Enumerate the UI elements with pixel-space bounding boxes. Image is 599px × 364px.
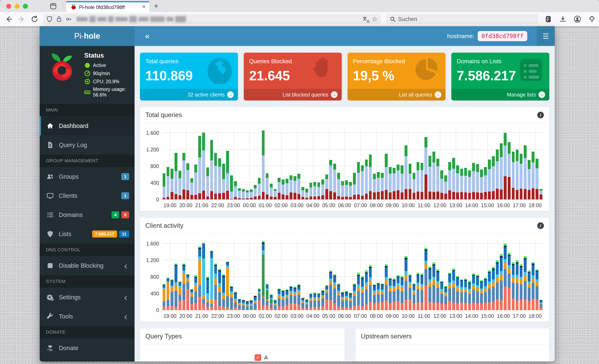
sidebar-item-domains[interactable]: Domains40 bbox=[40, 205, 135, 224]
gauge-icon bbox=[84, 70, 90, 77]
sidebar-item-donate[interactable]: Donate bbox=[40, 338, 135, 357]
sidebar-item-tools[interactable]: Tools bbox=[40, 307, 135, 326]
bar-segment bbox=[377, 284, 380, 289]
status-row: 90q/min bbox=[84, 70, 131, 77]
stacked-bar bbox=[409, 240, 412, 310]
bar-slot bbox=[472, 129, 476, 199]
stacked-bar bbox=[405, 129, 407, 199]
sidebar-item-groups[interactable]: Groups1 bbox=[40, 167, 135, 186]
bar-segment bbox=[297, 292, 300, 295]
bar-slot bbox=[166, 129, 170, 199]
bar-segment bbox=[198, 257, 201, 260]
search-bar[interactable]: Suchen bbox=[387, 14, 538, 24]
window-zoom-button[interactable] bbox=[23, 4, 28, 9]
account-icon[interactable] bbox=[573, 15, 581, 23]
forward-icon[interactable] bbox=[18, 15, 26, 23]
shield-icon[interactable] bbox=[46, 16, 53, 22]
bar-segment bbox=[218, 271, 221, 283]
bar-segment bbox=[361, 293, 364, 306]
sidebar-item-lists[interactable]: Lists7.586.21711 bbox=[40, 224, 135, 244]
back-icon[interactable] bbox=[5, 15, 13, 23]
bar-segment bbox=[178, 295, 181, 301]
bar-segment bbox=[254, 302, 257, 303]
info-icon[interactable]: i bbox=[537, 112, 544, 118]
bar-segment bbox=[440, 289, 443, 291]
bar-segment bbox=[528, 281, 531, 284]
sidebar-item-query-log[interactable]: Query Log bbox=[40, 135, 135, 155]
key-icon[interactable] bbox=[65, 16, 72, 22]
bar-segment bbox=[297, 286, 300, 290]
wrench-icon bbox=[46, 313, 54, 320]
sidebar-item-disable-blocking[interactable]: Disable Blocking bbox=[40, 256, 135, 275]
card-footer-link[interactable]: 32 active clients→ bbox=[140, 89, 238, 100]
window-minimize-button[interactable] bbox=[15, 4, 19, 9]
bar-segment bbox=[539, 191, 542, 195]
card-footer-link[interactable]: List all queries→ bbox=[348, 89, 446, 100]
bar-segment bbox=[397, 286, 400, 289]
stacked-bar bbox=[528, 129, 531, 199]
stacked-bar bbox=[381, 129, 384, 199]
bar-segment bbox=[238, 188, 241, 191]
sidebar-item-dashboard[interactable]: Dashboard bbox=[40, 116, 135, 135]
extensions-icon[interactable] bbox=[588, 15, 596, 23]
bar-segment bbox=[389, 280, 392, 286]
stacked-bar bbox=[504, 129, 507, 199]
bar-segment bbox=[381, 191, 384, 199]
legend-checkbox-a[interactable]: ✓A bbox=[255, 354, 268, 361]
bar-segment bbox=[226, 263, 229, 266]
bar-segment bbox=[329, 273, 332, 278]
stacked-bar bbox=[516, 240, 519, 310]
lock-icon[interactable] bbox=[56, 16, 62, 22]
bar-segment bbox=[424, 137, 427, 147]
sidebar-item-clients[interactable]: Clients1 bbox=[40, 186, 135, 205]
downloads-icon[interactable] bbox=[559, 15, 567, 23]
app-menu-hamburger-icon[interactable]: ☰ bbox=[537, 26, 555, 46]
bar-segment bbox=[286, 195, 289, 199]
bar-slot bbox=[464, 240, 467, 310]
bar-slot bbox=[467, 129, 472, 199]
firefox-view-icon[interactable] bbox=[50, 2, 57, 10]
x-tick-label: 00:00 bbox=[243, 202, 256, 208]
bar-segment bbox=[524, 158, 527, 189]
sidebar-item-settings[interactable]: Settings bbox=[40, 288, 135, 307]
bar-segment bbox=[500, 256, 503, 258]
bar-segment bbox=[242, 301, 245, 303]
info-icon[interactable]: i bbox=[537, 222, 544, 229]
new-tab-button[interactable]: + bbox=[154, 2, 158, 10]
bar-segment bbox=[186, 289, 189, 310]
bar-segment bbox=[492, 156, 495, 166]
bar-segment bbox=[258, 300, 261, 310]
tab-close-icon[interactable]: × bbox=[142, 3, 146, 10]
bar-slot bbox=[233, 129, 237, 199]
bar-segment bbox=[401, 278, 404, 285]
bar-segment bbox=[440, 170, 443, 179]
bar-segment bbox=[266, 285, 269, 288]
bar-segment bbox=[484, 192, 487, 199]
address-bar[interactable]: A ☆ bbox=[43, 14, 381, 24]
stacked-bar bbox=[309, 240, 312, 310]
bar-segment bbox=[385, 167, 388, 190]
bar-segment bbox=[186, 170, 189, 190]
bar-segment bbox=[524, 259, 527, 272]
bar-segment bbox=[393, 281, 396, 286]
stacked-bar bbox=[520, 129, 523, 199]
card-footer-link[interactable]: List blocked queries→ bbox=[244, 89, 342, 100]
sidebar-collapse-icon[interactable]: « bbox=[145, 31, 150, 41]
bar-segment bbox=[329, 281, 332, 285]
bookmark-star-icon[interactable]: ☆ bbox=[372, 15, 378, 23]
translate-icon[interactable]: A bbox=[362, 16, 370, 22]
card-footer-link[interactable]: Manage lists→ bbox=[451, 89, 549, 100]
reload-icon[interactable] bbox=[30, 15, 39, 23]
density-sidebar-icon[interactable] bbox=[544, 15, 552, 23]
bar-segment bbox=[163, 285, 166, 288]
browser-tab[interactable]: Pi-hole 0fd38cd798ff × bbox=[66, 1, 149, 12]
bar-segment bbox=[432, 266, 435, 277]
bar-segment bbox=[460, 281, 463, 287]
bar-segment bbox=[341, 293, 344, 297]
bar-segment bbox=[262, 250, 265, 254]
bar-segment bbox=[357, 287, 360, 291]
window-close-button[interactable] bbox=[6, 4, 11, 9]
bar-segment bbox=[321, 185, 324, 195]
bar-segment bbox=[286, 298, 289, 305]
bar-segment bbox=[536, 168, 538, 189]
